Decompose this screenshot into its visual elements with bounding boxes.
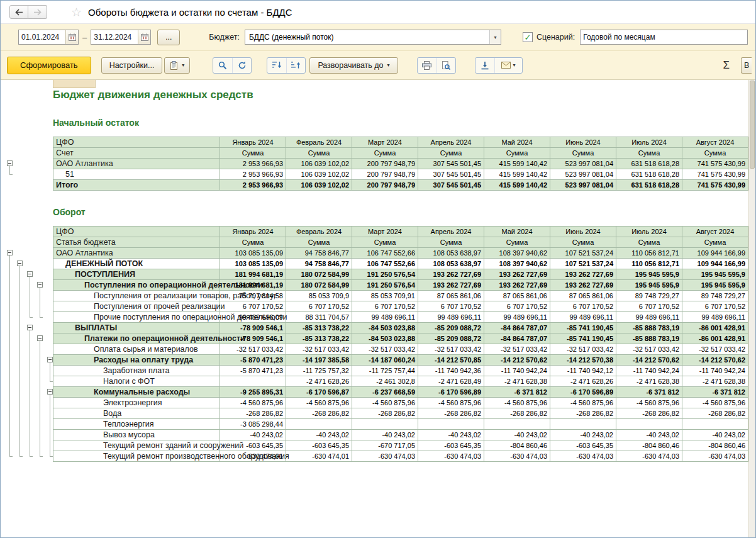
value-cell[interactable]: 6 707 170,52: [682, 301, 748, 312]
value-cell[interactable]: 87 065 861,06: [484, 291, 550, 301]
value-cell[interactable]: 103 085 135,09: [220, 248, 286, 259]
sum-header-cell[interactable]: Сумма: [352, 237, 418, 248]
value-cell[interactable]: -4 560 875,96: [286, 398, 352, 408]
value-cell[interactable]: -84 503 023,88: [352, 333, 418, 344]
value-cell[interactable]: -84 864 787,07: [484, 333, 550, 344]
value-cell[interactable]: -40 243,02: [682, 430, 748, 440]
value-cell[interactable]: -4 560 875,96: [352, 398, 418, 408]
value-cell[interactable]: 741 575 430,99: [682, 159, 748, 169]
row-label-cell[interactable]: Поступления по операционной деятельности: [53, 280, 220, 291]
value-cell[interactable]: 180 072 584,99: [286, 269, 352, 280]
value-cell[interactable]: -804 860,46: [484, 440, 550, 451]
sum-header-cell[interactable]: Сумма: [550, 148, 616, 159]
value-cell[interactable]: -268 286,82: [220, 408, 286, 419]
value-cell[interactable]: 88 311 704,57: [286, 312, 352, 323]
value-cell[interactable]: 741 575 430,99: [682, 169, 748, 180]
value-cell[interactable]: [352, 419, 418, 430]
sum-selected-indicator[interactable]: Σ: [723, 59, 730, 72]
value-cell[interactable]: -2 471 628,49: [418, 376, 484, 387]
row-label-cell[interactable]: Платежи по операционной деятельности: [53, 333, 220, 344]
value-cell[interactable]: 191 250 576,54: [352, 269, 418, 280]
budget-dropdown-button[interactable]: ▾: [489, 30, 501, 44]
row-label-cell[interactable]: ДЕНЕЖНЫЙ ПОТОК: [53, 259, 220, 269]
value-cell[interactable]: -9 255 895,31: [220, 387, 286, 398]
value-cell[interactable]: 307 545 501,45: [418, 180, 484, 191]
month-header-cell[interactable]: Август 2024: [682, 227, 748, 237]
value-cell[interactable]: -6 170 596,89: [418, 387, 484, 398]
value-cell[interactable]: 193 262 727,69: [418, 269, 484, 280]
value-cell[interactable]: 523 997 081,04: [550, 180, 616, 191]
sum-header-cell[interactable]: Сумма: [220, 148, 286, 159]
value-cell[interactable]: -6 170 596,89: [550, 387, 616, 398]
group-collapse-button[interactable]: [27, 325, 33, 330]
value-cell[interactable]: 109 944 166,99: [682, 259, 748, 269]
month-header-cell[interactable]: Май 2024: [484, 137, 550, 148]
sum-header-cell[interactable]: Сумма: [418, 237, 484, 248]
value-cell[interactable]: 106 039 102,02: [286, 180, 352, 191]
value-cell[interactable]: [286, 419, 352, 430]
group-collapse-button[interactable]: [37, 335, 43, 341]
date-from-calendar-button[interactable]: [65, 30, 78, 44]
value-cell[interactable]: -40 243,02: [286, 430, 352, 440]
value-cell[interactable]: 195 945 595,9: [682, 280, 748, 291]
group-collapse-button[interactable]: [7, 160, 13, 166]
value-cell[interactable]: 106 747 552,66: [352, 248, 418, 259]
month-header-cell[interactable]: Июль 2024: [616, 137, 682, 148]
value-cell[interactable]: 307 545 501,45: [418, 169, 484, 180]
value-cell[interactable]: -4 560 875,96: [418, 398, 484, 408]
value-cell[interactable]: [682, 419, 748, 430]
month-header-cell[interactable]: Май 2024: [484, 227, 550, 237]
value-cell[interactable]: 180 072 584,99: [286, 280, 352, 291]
group-collapse-button[interactable]: [17, 261, 23, 266]
period-more-button[interactable]: ...: [157, 30, 180, 45]
value-cell[interactable]: 6 707 170,52: [286, 301, 352, 312]
value-cell[interactable]: -11 740 942,24: [616, 366, 682, 376]
value-cell[interactable]: -84 864 787,07: [484, 323, 550, 333]
row-label-cell[interactable]: Поступления от прочей реализации: [53, 301, 220, 312]
value-cell[interactable]: -2 471 628,26: [286, 376, 352, 387]
value-cell[interactable]: -32 517 033,42: [484, 344, 550, 355]
row-label-cell[interactable]: Прочие поступления по операционной деяте…: [53, 312, 220, 323]
value-cell[interactable]: -32 517 033,42: [418, 344, 484, 355]
value-cell[interactable]: 193 262 727,69: [550, 280, 616, 291]
value-cell[interactable]: 631 518 618,28: [616, 180, 682, 191]
value-cell[interactable]: -32 517 033,42: [220, 344, 286, 355]
month-header-cell[interactable]: Апрель 2024: [418, 227, 484, 237]
row-label-cell[interactable]: Текущий ремонт зданий и сооружений: [53, 440, 220, 451]
settings-button[interactable]: Настройки...: [101, 57, 163, 74]
value-cell[interactable]: -268 286,82: [484, 408, 550, 419]
row-label-cell[interactable]: Вывоз мусора: [53, 430, 220, 440]
row-label-cell[interactable]: Коммунальные расходы: [53, 387, 220, 398]
month-header-cell[interactable]: Июнь 2024: [550, 227, 616, 237]
value-cell[interactable]: 193 262 727,69: [484, 269, 550, 280]
value-cell[interactable]: 2 953 966,93: [220, 169, 286, 180]
back-button[interactable]: [9, 5, 28, 19]
group-collapse-button[interactable]: [47, 357, 53, 362]
value-cell[interactable]: 6 707 170,52: [220, 301, 286, 312]
value-cell[interactable]: 415 599 140,42: [484, 159, 550, 169]
value-cell[interactable]: -85 741 190,45: [550, 333, 616, 344]
value-cell[interactable]: -630 474,01: [286, 451, 352, 462]
favorites-star-icon[interactable]: ☆: [71, 6, 82, 18]
value-cell[interactable]: 741 575 430,99: [682, 180, 748, 191]
value-cell[interactable]: 193 262 727,69: [484, 280, 550, 291]
value-cell[interactable]: -630 474,03: [418, 451, 484, 462]
month-header-cell[interactable]: Август 2024: [682, 137, 748, 148]
row-label-cell[interactable]: Итого: [53, 180, 220, 191]
value-cell[interactable]: -4 560 875,96: [682, 398, 748, 408]
value-cell[interactable]: 6 707 170,52: [484, 301, 550, 312]
value-cell[interactable]: 89 748 729,27: [682, 291, 748, 301]
value-cell[interactable]: -85 313 738,22: [286, 333, 352, 344]
value-cell[interactable]: -630 474,03: [682, 451, 748, 462]
value-cell[interactable]: -11 740 942,12: [550, 366, 616, 376]
row-label-cell[interactable]: Оплата сырья и материалов: [53, 344, 220, 355]
group-collapse-button[interactable]: [7, 250, 13, 255]
sum-header-cell[interactable]: Сумма: [352, 148, 418, 159]
value-cell[interactable]: -6 371 812: [682, 387, 748, 398]
value-cell[interactable]: -6 371 812: [616, 387, 682, 398]
row-dimension-header-cell[interactable]: Счет: [53, 148, 220, 159]
value-cell[interactable]: -603 645,35: [550, 440, 616, 451]
value-cell[interactable]: -85 209 088,72: [418, 323, 484, 333]
value-cell[interactable]: -5 870 471,23: [220, 355, 286, 366]
value-cell[interactable]: -268 286,82: [418, 408, 484, 419]
